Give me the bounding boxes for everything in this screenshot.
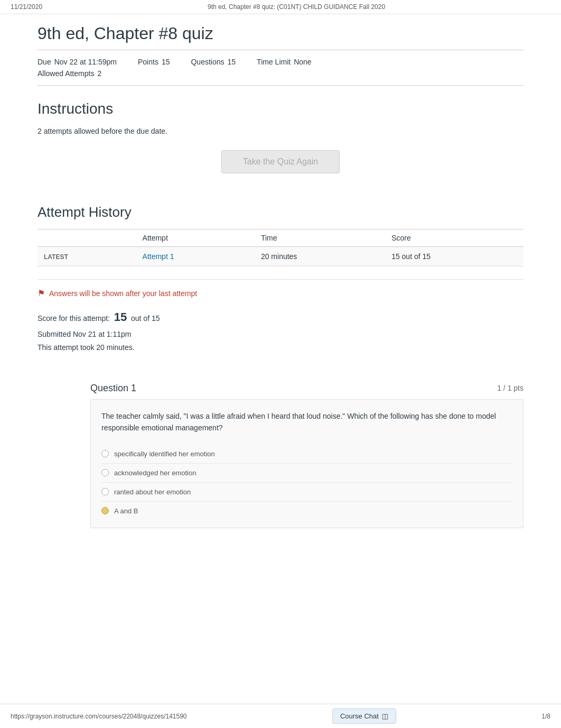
attempt-history-section: Attempt History Attempt Time Score LATES… [38,199,523,266]
take-quiz-btn-wrapper: Take the Quiz Again [38,150,523,173]
attempt-history-heading: Attempt History [38,204,523,220]
question-header: Question 1 1 / 1 pts [90,377,523,399]
answer-text-4: A and B [114,507,138,515]
allowed-attempts-label: Allowed Attempts [38,69,94,78]
answer-option-1[interactable]: specifically identified her emotion [101,445,512,463]
attempt-score: 15 out of 15 [385,247,523,266]
time-limit-value: None [294,58,311,66]
attempt-time: 20 minutes [255,247,385,266]
attempt-link[interactable]: Attempt 1 [143,252,174,261]
question-pts: 1 / 1 pts [497,384,523,392]
quiz-title: 9th ed, Chapter #8 quiz [38,14,523,50]
instructions-text: 2 attempts allowed before the due date. [38,127,523,135]
meta-points: Points 15 [138,58,170,66]
top-bar: 11/21/2020 9th ed, Chapter #8 quiz: (C01… [0,0,561,14]
table-row: LATEST Attempt 1 20 minutes 15 out of 15 [38,247,523,266]
meta-questions: Questions 15 [191,58,236,66]
col-empty [38,229,136,247]
questions-label: Questions [191,58,224,66]
due-value: Nov 22 at 11:59pm [54,58,117,66]
col-attempt: Attempt [136,229,255,247]
answer-option-3[interactable]: ranted about her emotion [101,482,512,501]
score-line: Score for this attempt: 15 out of 15 [38,307,523,328]
score-label: Score for this attempt: [38,314,110,322]
date-label: 11/21/2020 [11,3,42,11]
answer-text-1: specifically identified her emotion [114,450,215,458]
notice-icon: ⚑ [38,288,45,298]
quiz-meta: Due Nov 22 at 11:59pm Points 15 Question… [38,50,523,86]
instructions-heading: Instructions [38,100,523,117]
col-time: Time [255,229,385,247]
question-text: The teacher calmly said, "I was a little… [101,410,512,434]
points-value: 15 [162,58,170,66]
latest-label: LATEST [44,253,68,261]
answer-radio-4 [101,507,109,514]
answer-option-2[interactable]: acknowledged her emotion [101,463,512,482]
allowed-attempts-value: 2 [97,69,101,78]
meta-allowed-attempts: Allowed Attempts 2 [38,69,101,78]
answers-notice: ⚑ Answers will be shown after your last … [38,288,523,298]
col-score: Score [385,229,523,247]
page-wrapper: 9th ed, Chapter #8 quiz Due Nov 22 at 11… [27,14,534,549]
notice-text: Answers will be shown after your last at… [49,289,197,298]
meta-time-limit: Time Limit None [257,58,312,66]
time-limit-label: Time Limit [257,58,291,66]
quiz-meta-row-1: Due Nov 22 at 11:59pm Points 15 Question… [38,58,523,66]
answer-option-4[interactable]: A and B [101,501,512,520]
quiz-meta-row-2: Allowed Attempts 2 [38,69,523,78]
answer-text-2: acknowledged her emotion [114,469,196,477]
question-section: Question 1 1 / 1 pts The teacher calmly … [38,377,523,528]
instructions-section: Instructions 2 attempts allowed before t… [38,86,523,199]
meta-due: Due Nov 22 at 11:59pm [38,58,117,66]
due-label: Due [38,58,51,66]
answer-text-3: ranted about her emotion [114,488,191,496]
submitted-text: Submitted Nov 21 at 1:11pm [38,328,523,341]
points-label: Points [138,58,158,66]
question-body: The teacher calmly said, "I was a little… [90,399,523,528]
score-detail-section: ⚑ Answers will be shown after your last … [38,279,523,363]
question-label: Question 1 [90,383,136,394]
questions-value: 15 [228,58,236,66]
course-title: 9th ed, Chapter #8 quiz: (C01NT) CHILD G… [208,3,385,11]
score-info: Score for this attempt: 15 out of 15 Sub… [38,307,523,354]
answer-radio-3 [101,488,109,495]
duration-text: This attempt took 20 minutes. [38,341,523,354]
take-quiz-button[interactable]: Take the Quiz Again [221,150,340,173]
answer-radio-1 [101,450,109,457]
score-out-of: out of 15 [131,314,160,322]
answer-radio-2 [101,469,109,476]
score-big: 15 [114,310,127,324]
attempt-table: Attempt Time Score LATEST Attempt 1 20 m… [38,229,523,266]
